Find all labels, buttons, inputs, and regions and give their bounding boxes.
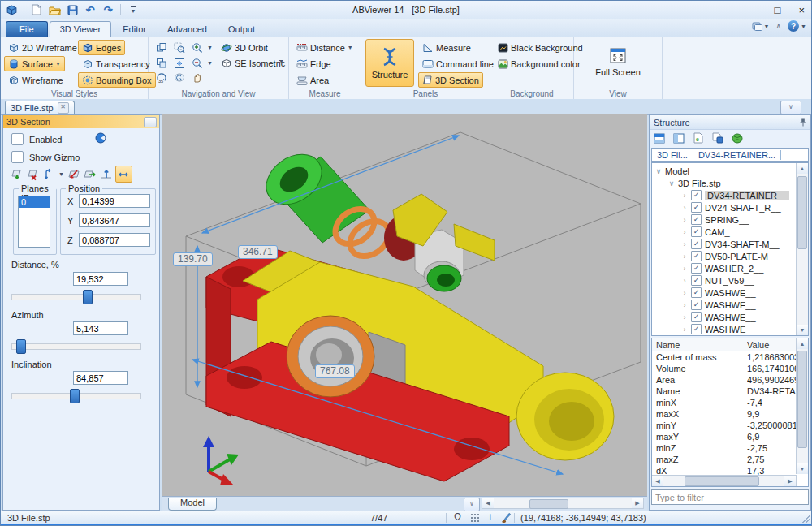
help-icon[interactable]: ? — [788, 20, 799, 32]
item-checkbox[interactable]: ✓ — [691, 287, 702, 298]
close-button[interactable]: × — [798, 4, 805, 16]
tree-item[interactable]: ›✓DV24-SHAFT_R__ — [655, 201, 808, 213]
background-color-button[interactable]: Background color — [494, 56, 585, 71]
expander-icon[interactable]: › — [681, 326, 688, 334]
scroll-down-icon[interactable]: ▼ — [797, 325, 808, 335]
tab-list-chevron-icon[interactable]: ∨ — [780, 101, 801, 114]
filter-input[interactable] — [651, 489, 809, 505]
document-tab[interactable]: 3D File.stp ✕ — [5, 101, 75, 114]
property-row[interactable]: minY-3,250000815 — [652, 420, 800, 431]
zoom-out-caret-icon[interactable]: ▼ — [207, 60, 213, 66]
expander-icon[interactable]: › — [681, 313, 688, 321]
property-row[interactable]: NameDV34-RETAINER__ — [652, 386, 800, 397]
scroll-up-icon[interactable]: ▲ — [797, 338, 808, 349]
customize-toolbar-icon[interactable]: ▼ — [126, 3, 140, 16]
scroll-thumb[interactable] — [529, 499, 568, 509]
add-plane-icon[interactable] — [8, 166, 24, 182]
tree-item[interactable]: ›✓WASHER_2__ — [655, 262, 808, 274]
item-checkbox[interactable]: ✓ — [691, 251, 702, 261]
scroll-right-icon[interactable]: ▶ — [632, 498, 643, 508]
expander-icon[interactable]: › — [681, 252, 688, 261]
export-model-icon[interactable] — [729, 131, 745, 145]
save-report-icon[interactable] — [710, 131, 726, 145]
axis-align-icon[interactable] — [99, 166, 114, 182]
pan-hand-icon[interactable] — [189, 71, 205, 85]
item-checkbox[interactable]: ✓ — [691, 226, 702, 237]
expander-icon[interactable]: › — [681, 277, 688, 285]
tree-item[interactable]: ›✓WASHWE__ — [655, 287, 808, 299]
tree-root-row[interactable]: ∨ Model — [655, 165, 808, 177]
resize-grip[interactable] — [801, 515, 810, 523]
show-gizmo-checkbox[interactable] — [11, 151, 24, 163]
area-button[interactable]: Area — [292, 72, 333, 88]
tab-3d-viewer[interactable]: 3D Viewer — [50, 21, 112, 37]
item-checkbox[interactable]: ✓ — [691, 239, 702, 249]
open-file-icon[interactable] — [47, 3, 62, 16]
scroll-right-icon[interactable]: ▶ — [784, 476, 796, 486]
expander-icon[interactable]: ∨ — [668, 179, 675, 188]
save-file-icon[interactable] — [65, 3, 80, 16]
paint-icon[interactable] — [501, 513, 512, 523]
item-checkbox[interactable]: ✓ — [691, 214, 702, 225]
azimuth-slider-thumb[interactable] — [16, 339, 26, 354]
undo-icon[interactable]: ↶ — [83, 3, 97, 16]
inclination-slider[interactable] — [11, 389, 141, 402]
z-input[interactable] — [79, 233, 150, 247]
minimize-button[interactable]: – — [750, 4, 756, 16]
ribbon-options-icon[interactable]: ▼ — [752, 22, 770, 31]
isometric-caret-icon[interactable]: ▼ — [279, 58, 284, 64]
model-layout-tab[interactable]: Model — [168, 498, 217, 511]
bounding-box-button[interactable]: Bounding Box — [78, 72, 156, 88]
tree-item[interactable]: ›✓CAM_ — [655, 226, 808, 238]
layout-columns-icon[interactable] — [671, 131, 687, 145]
viewport-h-scrollbar[interactable]: ◀ ▶ — [482, 498, 644, 509]
layout-chevron-icon[interactable]: ∨ — [464, 498, 480, 511]
expander-icon[interactable]: › — [681, 192, 688, 200]
tree-item[interactable]: ›✓SPRING__ — [655, 213, 808, 226]
enabled-checkbox[interactable] — [11, 133, 24, 145]
grid-icon[interactable] — [470, 513, 480, 523]
expander-icon[interactable]: › — [681, 265, 688, 273]
tree-item[interactable]: ›✓DV34-SHAFT-M__ — [655, 238, 808, 250]
rotate-35-icon[interactable]: 35 — [153, 71, 170, 85]
tree-item[interactable]: ›✓DV50-PLATE-M__ — [655, 250, 808, 262]
layout-rows-icon[interactable] — [651, 131, 667, 145]
scroll-thumb[interactable] — [797, 176, 807, 249]
zoom-window-icon[interactable] — [171, 41, 188, 55]
scroll-thumb[interactable] — [797, 351, 807, 448]
planes-id-item[interactable]: 0 — [19, 196, 50, 208]
previous-view-icon[interactable] — [171, 71, 188, 85]
item-checkbox[interactable]: ✓ — [691, 324, 702, 334]
column-name[interactable]: Name — [652, 340, 747, 350]
tab-advanced[interactable]: Advanced — [158, 22, 217, 37]
app-logo-icon[interactable] — [4, 3, 19, 16]
close-document-icon[interactable]: ✕ — [58, 102, 69, 114]
property-row[interactable]: maxY6,9 — [652, 431, 800, 442]
breadcrumb-item[interactable]: DV34-RETAINER... — [693, 150, 781, 160]
distance-slider-thumb[interactable] — [83, 290, 93, 304]
item-checkbox[interactable]: ✓ — [691, 300, 702, 310]
maximize-button[interactable]: □ — [775, 4, 781, 16]
properties-h-scrollbar[interactable]: ◀ ▶ — [652, 475, 797, 486]
zoom-extents-icon[interactable] — [171, 56, 188, 71]
scroll-left-icon[interactable]: ◀ — [652, 476, 663, 486]
new-file-icon[interactable] — [29, 3, 44, 16]
full-screen-button[interactable]: Full Screen — [591, 39, 645, 85]
scroll-up-icon[interactable]: ▲ — [797, 163, 808, 174]
property-row[interactable]: Volume166,174010611501 — [652, 363, 800, 374]
expander-icon[interactable]: ∨ — [655, 167, 662, 175]
zoom-in-caret-icon[interactable]: ▼ — [207, 45, 213, 50]
expander-icon[interactable]: › — [681, 301, 688, 309]
item-checkbox[interactable]: ✓ — [691, 202, 702, 213]
tree-item[interactable]: ›✓NUT_V59__ — [655, 274, 808, 287]
view-panes-icon[interactable] — [153, 56, 170, 71]
expander-icon[interactable]: › — [681, 204, 688, 212]
item-checkbox[interactable]: ✓ — [691, 190, 702, 200]
pan-view-icon[interactable] — [153, 41, 170, 55]
3d-orbit-button[interactable]: 3D Orbit — [217, 40, 272, 55]
black-background-button[interactable]: Black Background — [494, 40, 587, 55]
tab-file[interactable]: File — [6, 21, 48, 37]
tab-output[interactable]: Output — [218, 22, 265, 37]
tree-item[interactable]: ›✓WASHWE__ — [655, 311, 808, 323]
edge-button[interactable]: Edge — [292, 56, 335, 71]
